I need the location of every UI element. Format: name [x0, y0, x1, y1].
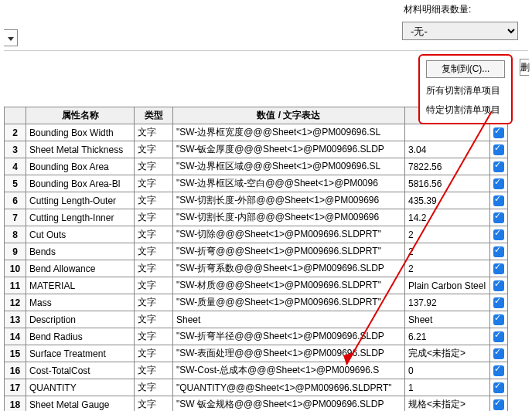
prop-value-cell[interactable]: "SW-边界框区域@@@Sheet<1>@PM009696.SL	[173, 158, 405, 175]
prop-value-cell[interactable]: "SW-质量@@@Sheet<1>@PM009696.SLDPRT"	[173, 294, 405, 311]
prop-check-cell[interactable]	[490, 362, 508, 379]
checkbox-icon[interactable]	[493, 280, 504, 291]
prop-name-cell[interactable]: Surface Treatment	[26, 345, 135, 362]
prop-check-cell[interactable]	[490, 175, 508, 192]
prop-value-cell[interactable]: "SW-边界框区域-空白@@@Sheet<1>@PM0096	[173, 175, 405, 192]
table-row[interactable]: 16Cost-TotalCost文字"SW-Cost-总成本@@@Sheet<1…	[5, 362, 508, 379]
table-row[interactable]: 10Bend Allowance文字"SW-折弯系数@@@Sheet<1>@PM…	[5, 260, 508, 277]
checkbox-icon[interactable]	[493, 212, 504, 223]
prop-type-cell[interactable]: 文字	[135, 192, 173, 209]
prop-type-cell[interactable]: 文字	[135, 379, 173, 396]
prop-name-cell[interactable]: QUANTITY	[26, 379, 135, 396]
table-row[interactable]: 3Sheet Metal Thickness文字"SW-钣金厚度@@@Sheet…	[5, 141, 508, 158]
checkbox-icon[interactable]	[493, 331, 504, 342]
prop-value-cell[interactable]: "SW-切割长度-外部@@@Sheet<1>@PM009696	[173, 192, 405, 209]
prop-name-cell[interactable]: MATERIAL	[26, 277, 135, 294]
prop-name-cell[interactable]: Bounding Box Width	[26, 124, 135, 141]
checkbox-icon[interactable]	[493, 144, 504, 155]
delete-button[interactable]: 删	[520, 59, 529, 76]
table-row[interactable]: 8Cut Outs文字"SW-切除@@@Sheet<1>@PM009696.SL…	[5, 226, 508, 243]
checkbox-icon[interactable]	[493, 178, 504, 189]
prop-type-cell[interactable]: 文字	[135, 243, 173, 260]
prop-name-cell[interactable]: Sheet Metal Gauge	[26, 396, 135, 412]
table-row[interactable]: 14Bend Radius文字"SW-折弯半径@@@Sheet<1>@PM009…	[5, 328, 508, 345]
prop-value-cell[interactable]: "SW-表面处理@@@Sheet<1>@PM009696.SLDP	[173, 345, 405, 362]
value-header[interactable]: 数值 / 文字表达	[173, 107, 405, 124]
prop-type-cell[interactable]: 文字	[135, 260, 173, 277]
prop-value-cell[interactable]: "QUANTITY@@@Sheet<1>@PM009696.SLDPRT"	[173, 379, 405, 396]
prop-type-cell[interactable]: 文字	[135, 158, 173, 175]
prop-name-cell[interactable]: Mass	[26, 294, 135, 311]
prop-type-cell[interactable]: 文字	[135, 345, 173, 362]
prop-type-cell[interactable]: 文字	[135, 226, 173, 243]
prop-name-cell[interactable]: Bend Radius	[26, 328, 135, 345]
table-row[interactable]: 9Bends文字"SW-折弯@@@Sheet<1>@PM009696.SLDPR…	[5, 243, 508, 260]
prop-check-cell[interactable]	[490, 209, 508, 226]
prop-check-cell[interactable]	[490, 345, 508, 362]
prop-name-cell[interactable]: Cutting Length-Outer	[26, 192, 135, 209]
prop-value-cell[interactable]: Sheet	[173, 311, 405, 328]
prop-type-cell[interactable]: 文字	[135, 209, 173, 226]
table-row[interactable]: 6Cutting Length-Outer文字"SW-切割长度-外部@@@She…	[5, 192, 508, 209]
prop-type-cell[interactable]: 文字	[135, 277, 173, 294]
checkbox-icon[interactable]	[493, 382, 504, 393]
prop-check-cell[interactable]	[490, 294, 508, 311]
checkbox-icon[interactable]	[493, 229, 504, 240]
prop-name-cell[interactable]: Cut Outs	[26, 226, 135, 243]
prop-name-cell[interactable]: Bend Allowance	[26, 260, 135, 277]
prop-value-cell[interactable]: "SW-折弯@@@Sheet<1>@PM009696.SLDPRT"	[173, 243, 405, 260]
type-header[interactable]: 类型	[135, 107, 173, 124]
table-row[interactable]: 4Bounding Box Area文字"SW-边界框区域@@@Sheet<1>…	[5, 158, 508, 175]
checkbox-icon[interactable]	[493, 246, 504, 257]
prop-check-cell[interactable]	[490, 158, 508, 175]
prop-value-cell[interactable]: "SW-Cost-总成本@@@Sheet<1>@PM009696.S	[173, 362, 405, 379]
prop-check-cell[interactable]	[490, 124, 508, 141]
prop-value-cell[interactable]: "SW-折弯半径@@@Sheet<1>@PM009696.SLDP	[173, 328, 405, 345]
bom-quantity-select[interactable]: -无-	[402, 22, 518, 40]
checkbox-icon[interactable]	[493, 263, 504, 274]
prop-value-cell[interactable]: "SW-边界框宽度@@@Sheet<1>@PM009696.SL	[173, 124, 405, 141]
prop-type-cell[interactable]: 文字	[135, 362, 173, 379]
table-row[interactable]: 18Sheet Metal Gauge文字"SW 钣金规格@@@Sheet<1>…	[5, 396, 508, 412]
table-row[interactable]: 17QUANTITY文字"QUANTITY@@@Sheet<1>@PM00969…	[5, 379, 508, 396]
prop-check-cell[interactable]	[490, 379, 508, 396]
table-row[interactable]: 11MATERIAL文字"SW-材质@@@Sheet<1>@PM009696.S…	[5, 277, 508, 294]
prop-value-cell[interactable]: "SW-材质@@@Sheet<1>@PM009696.SLDPRT"	[173, 277, 405, 294]
checkbox-icon[interactable]	[493, 127, 504, 138]
prop-check-cell[interactable]	[490, 260, 508, 277]
prop-name-cell[interactable]: Cutting Length-Inner	[26, 209, 135, 226]
prop-name-cell[interactable]: Bends	[26, 243, 135, 260]
prop-type-cell[interactable]: 文字	[135, 311, 173, 328]
checkbox-icon[interactable]	[493, 314, 504, 325]
name-header[interactable]: 属性名称	[26, 107, 135, 124]
left-dropdown[interactable]	[4, 29, 18, 46]
checkbox-icon[interactable]	[493, 161, 504, 172]
table-row[interactable]: 13Description文字SheetSheet	[5, 311, 508, 328]
prop-type-cell[interactable]: 文字	[135, 141, 173, 158]
prop-type-cell[interactable]: 文字	[135, 124, 173, 141]
table-row[interactable]: 5Bounding Box Area-Bl文字"SW-边界框区域-空白@@@Sh…	[5, 175, 508, 192]
table-row[interactable]: 7Cutting Length-Inner文字"SW-切割长度-内部@@@She…	[5, 209, 508, 226]
checkbox-icon[interactable]	[493, 399, 504, 410]
checkbox-icon[interactable]	[493, 297, 504, 308]
prop-type-cell[interactable]: 文字	[135, 328, 173, 345]
prop-name-cell[interactable]: Bounding Box Area	[26, 158, 135, 175]
prop-type-cell[interactable]: 文字	[135, 175, 173, 192]
prop-value-cell[interactable]: "SW-切割长度-内部@@@Sheet<1>@PM009696	[173, 209, 405, 226]
prop-value-cell[interactable]: "SW-切除@@@Sheet<1>@PM009696.SLDPRT"	[173, 226, 405, 243]
prop-check-cell[interactable]	[490, 226, 508, 243]
prop-check-cell[interactable]	[490, 311, 508, 328]
prop-name-cell[interactable]: Sheet Metal Thickness	[26, 141, 135, 158]
prop-name-cell[interactable]: Description	[26, 311, 135, 328]
checkbox-icon[interactable]	[493, 365, 504, 376]
prop-check-cell[interactable]	[490, 277, 508, 294]
prop-value-cell[interactable]: "SW 钣金规格@@@Sheet<1>@PM009696.SLDP	[173, 396, 405, 412]
prop-name-cell[interactable]: Bounding Box Area-Bl	[26, 175, 135, 192]
prop-check-cell[interactable]	[490, 141, 508, 158]
checkbox-icon[interactable]	[493, 195, 504, 206]
prop-value-cell[interactable]: "SW-钣金厚度@@@Sheet<1>@PM009696.SLDP	[173, 141, 405, 158]
prop-type-cell[interactable]: 文字	[135, 396, 173, 412]
table-row[interactable]: 12Mass文字"SW-质量@@@Sheet<1>@PM009696.SLDPR…	[5, 294, 508, 311]
table-row[interactable]: 15Surface Treatment文字"SW-表面处理@@@Sheet<1>…	[5, 345, 508, 362]
prop-check-cell[interactable]	[490, 243, 508, 260]
